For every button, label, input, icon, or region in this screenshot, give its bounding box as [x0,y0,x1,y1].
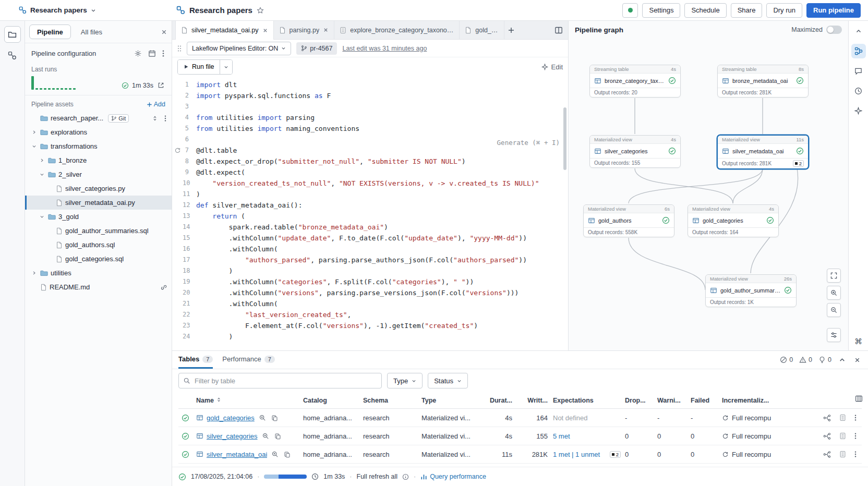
graph-canvas[interactable]: Streaming table4sbronze_category_taxonom… [569,39,848,350]
lineage-icon[interactable] [822,413,832,423]
share-button[interactable]: Share [731,3,763,18]
open-notebook-icon[interactable] [838,431,847,441]
editor-tab-gold-cate[interactable]: gold_cate [460,21,504,39]
settings-button[interactable]: Settings [642,3,680,18]
column-expectations[interactable]: Expectations [553,397,625,404]
info-icon[interactable] [402,473,409,480]
chevron-right-icon[interactable] [30,130,38,135]
copy-name-icon[interactable] [273,432,282,441]
tree-item-3-gold[interactable]: 3_gold [25,210,172,224]
open-notebook-icon[interactable] [838,449,847,459]
gear-icon[interactable] [133,48,143,58]
graph-settings-icon[interactable] [827,328,841,342]
zoom-out-icon[interactable] [827,303,841,317]
workspace-switcher[interactable]: Research papers [19,6,96,14]
kebab-menu-icon[interactable] [161,48,165,58]
git-branch-chip[interactable]: pr-4567 [296,42,337,55]
type-filter-dropdown[interactable]: Type [387,373,423,388]
table-row-silver-metadata-oai[interactable]: silver_metadata_oaihome_adriana...resear… [178,445,862,464]
assistant-icon[interactable] [851,103,866,118]
tree-item-gold-author-summaries-sql[interactable]: gold_author_summaries.sql [25,224,172,238]
comments-icon[interactable] [851,64,866,78]
chevron-right-icon[interactable] [38,158,45,163]
cell-expectations[interactable]: 1 met | 1 unmet [553,451,600,458]
column-schema[interactable]: Schema [363,397,421,404]
keyboard-shortcuts-icon[interactable]: ⌘ [854,337,862,346]
column-type[interactable]: Type [421,397,485,404]
run-file-options-button[interactable] [220,60,232,74]
graph-node-gold-categories[interactable]: Materialized view4sgold_categoriesOutput… [688,204,779,237]
sort-icon[interactable] [216,397,222,403]
environment-status-button[interactable] [622,3,638,18]
code-area[interactable]: 1import dlt2import pyspark.sql.functions… [172,76,568,350]
dry-run-button[interactable]: Dry run [766,3,802,18]
pipeline-graph-tab-icon[interactable] [851,44,866,58]
preview-data-icon[interactable] [258,413,267,422]
expand-panel-icon[interactable] [838,356,847,364]
column-written[interactable]: Writt... [517,397,553,404]
row-kebab-icon[interactable] [853,449,858,459]
query-performance-link[interactable]: Query performance [420,473,486,480]
graph-node-gold-author-summaries[interactable]: Materialized view26sgold_author_summarie… [705,274,797,307]
column-incremental[interactable]: Incrementaliz... [722,397,800,404]
table-filter-input[interactable] [178,373,382,388]
external-link-icon[interactable] [156,81,165,90]
graph-node-bronze-category-taxonomy[interactable]: Streaming table4sbronze_category_taxonom… [589,65,681,98]
tree-item-silver-categories-py[interactable]: silver_categories.py [25,181,172,196]
column-settings-icon[interactable] [855,395,863,403]
chevron-down-icon[interactable] [38,214,45,219]
table-name-link[interactable]: silver_categories [207,432,258,440]
preview-data-icon[interactable] [261,431,270,441]
editor-tab-parsing-py[interactable]: parsing.py [274,21,335,39]
table-marker-icon[interactable] [174,147,181,154]
table-row-gold-categories[interactable]: gold_categorieshome_adriana...researchMa… [178,409,862,427]
sync-icon[interactable] [151,114,159,123]
table-name-link[interactable]: silver_metadata_oai [207,451,267,458]
kebab-menu-icon[interactable] [163,114,167,123]
maximized-toggle[interactable] [826,26,842,34]
last-runs-chart[interactable] [31,76,116,90]
files-rail-button[interactable] [4,26,21,43]
cell-expectations[interactable]: 5 met [553,432,570,440]
tree-item-explorations[interactable]: explorations [25,125,172,139]
chevron-down-icon[interactable] [38,172,45,177]
copy-name-icon[interactable] [283,450,292,459]
run-file-button[interactable]: Run file [178,60,220,74]
split-view-icon[interactable] [553,25,564,35]
chevron-right-icon[interactable] [30,271,38,275]
tree-item-silver-metadata-oai-py[interactable]: silver_metadata_oai.py [25,196,172,210]
column-warnings[interactable]: Warni... [657,397,691,404]
zoom-in-icon[interactable] [827,286,841,300]
column-dropped[interactable]: Drop... [625,397,657,404]
close-tab-icon[interactable] [262,28,268,33]
sidebar-close-button[interactable] [161,29,167,35]
collapse-panel-icon[interactable] [851,24,866,39]
drag-handle-icon[interactable] [177,45,182,52]
tree-item-utilities[interactable]: utilities [25,266,172,280]
star-icon[interactable] [257,7,264,14]
copy-name-icon[interactable] [270,414,279,422]
tab-performance[interactable]: Performance7 [222,351,275,369]
pipeline-configuration-row[interactable]: Pipeline configuration [25,43,172,64]
tree-item-1-bronze[interactable]: 1_bronze [25,153,172,167]
pipelines-rail-button[interactable] [4,47,21,64]
close-panel-icon[interactable] [853,356,862,364]
tree-item-readme-md[interactable]: README.md [25,280,172,294]
row-kebab-icon[interactable] [853,413,858,422]
table-row-silver-categories[interactable]: silver_categorieshome_adriana...research… [178,427,862,445]
last-edit-link[interactable]: Last edit was 31 minutes ago [342,45,427,52]
tab-tables[interactable]: Tables7 [178,351,213,369]
editor-mode-toggle[interactable]: Lakeflow Pipelines Editor: ON [187,42,291,55]
sidebar-tab-all-files[interactable]: All files [73,25,110,39]
status-filter-dropdown[interactable]: Status [428,373,468,388]
column-duration[interactable]: Durat... [485,397,517,404]
history-icon[interactable] [851,83,866,98]
row-kebab-icon[interactable] [853,431,858,441]
run-pipeline-button[interactable]: Run pipeline [806,3,861,18]
tree-item-gold-authors-sql[interactable]: gold_authors.sql [25,238,172,252]
graph-node-gold-authors[interactable]: Materialized view6sgold_authorsOutput re… [583,204,674,237]
tree-item-transformations[interactable]: transformations [25,139,172,153]
calendar-icon[interactable] [147,48,157,58]
sidebar-tab-pipeline[interactable]: Pipeline [29,25,71,39]
new-tab-button[interactable] [504,27,518,34]
